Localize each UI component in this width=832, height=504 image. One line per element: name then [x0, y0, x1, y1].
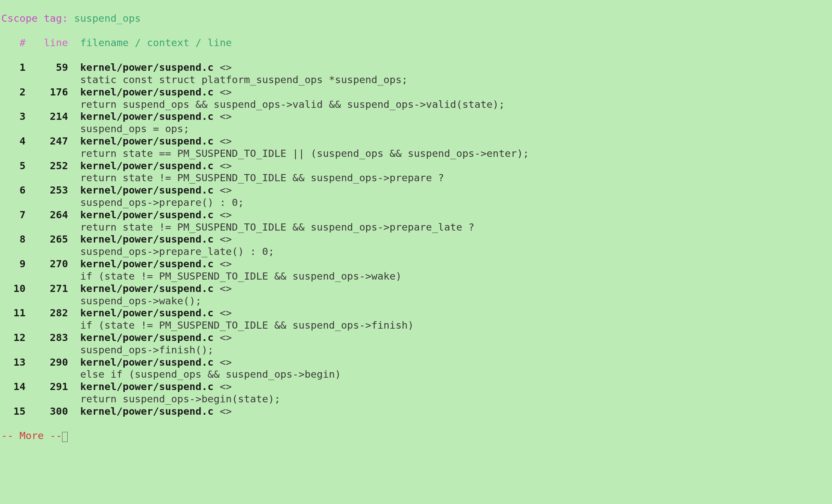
cscope-entry[interactable]: 4 247 kernel/power/suspend.c <> [1, 135, 831, 147]
cscope-entry-code: if (state != PM_SUSPEND_TO_IDLE && suspe… [1, 270, 831, 282]
cscope-entry[interactable]: 15 300 kernel/power/suspend.c <> [1, 405, 831, 418]
cscope-entry[interactable]: 1 59 kernel/power/suspend.c <> [1, 61, 831, 74]
entry-filename: kernel/power/suspend.c [80, 381, 214, 392]
entry-line-number: 300 [26, 405, 68, 417]
entry-filename: kernel/power/suspend.c [80, 184, 214, 196]
cscope-title-prefix: Cscope tag: [1, 12, 74, 24]
cscope-entry-code: return suspend_ops->begin(state); [1, 393, 831, 405]
entry-code-text: suspend_ops->wake(); [80, 295, 202, 307]
entry-line-number: 252 [26, 160, 68, 171]
entry-index: 14 [1, 381, 26, 392]
more-prompt-row[interactable]: -- More -- [1, 430, 831, 442]
entry-code-text: suspend_ops->finish(); [80, 344, 214, 356]
cscope-entry[interactable]: 12 283 kernel/power/suspend.c <> [1, 332, 831, 344]
column-header-hash [1, 37, 20, 48]
cscope-entry[interactable]: 7 264 kernel/power/suspend.c <> [1, 209, 831, 221]
cscope-entry-code: suspend_ops->prepare() : 0; [1, 196, 831, 209]
entry-context: <> [213, 135, 232, 147]
entry-filename: kernel/power/suspend.c [80, 86, 214, 98]
column-header-hash-label: # [20, 37, 26, 48]
entry-index: 9 [1, 258, 26, 270]
entry-context: <> [213, 332, 232, 343]
entry-line-number: 264 [26, 209, 68, 221]
entry-code-text: return suspend_ops && suspend_ops->valid… [80, 99, 505, 110]
entry-index: 4 [1, 135, 26, 147]
entry-filename: kernel/power/suspend.c [80, 110, 214, 122]
entry-context: <> [213, 110, 232, 122]
cscope-entry[interactable]: 2 176 kernel/power/suspend.c <> [1, 86, 831, 99]
entry-index: 12 [1, 332, 26, 343]
entry-line-number: 270 [26, 258, 68, 270]
entry-code-text: return state != PM_SUSPEND_TO_IDLE && su… [80, 221, 474, 233]
entry-code-text: return suspend_ops->begin(state); [80, 393, 281, 404]
entry-code-text: return state != PM_SUSPEND_TO_IDLE && su… [80, 172, 444, 184]
entry-code-text: return state == PM_SUSPEND_TO_IDLE || (s… [80, 147, 529, 159]
entry-index: 2 [1, 86, 26, 98]
entry-context: <> [213, 307, 232, 318]
entry-line-number: 291 [26, 381, 68, 392]
cscope-entry-code: suspend_ops->wake(); [1, 295, 831, 307]
entry-index: 5 [1, 160, 26, 171]
entry-line-number: 271 [26, 282, 68, 294]
entry-code-text: if (state != PM_SUSPEND_TO_IDLE && suspe… [80, 270, 402, 282]
cscope-entry[interactable]: 9 270 kernel/power/suspend.c <> [1, 258, 831, 270]
entry-context: <> [213, 381, 232, 392]
cscope-entry[interactable]: 8 265 kernel/power/suspend.c <> [1, 233, 831, 246]
entry-code-text: if (state != PM_SUSPEND_TO_IDLE && suspe… [80, 319, 414, 331]
cscope-entry-code: if (state != PM_SUSPEND_TO_IDLE && suspe… [1, 319, 831, 332]
entry-context: <> [213, 184, 232, 196]
entry-code-text: else if (suspend_ops && suspend_ops->beg… [80, 368, 341, 380]
entry-filename: kernel/power/suspend.c [80, 209, 214, 221]
cscope-entry[interactable]: 5 252 kernel/power/suspend.c <> [1, 160, 831, 172]
entry-filename: kernel/power/suspend.c [80, 307, 214, 318]
entry-context: <> [213, 282, 232, 294]
cscope-entry[interactable]: 6 253 kernel/power/suspend.c <> [1, 184, 831, 196]
entry-filename: kernel/power/suspend.c [80, 160, 214, 171]
cscope-entry-code: return state != PM_SUSPEND_TO_IDLE && su… [1, 221, 831, 233]
entry-line-number: 253 [26, 184, 68, 196]
entry-filename: kernel/power/suspend.c [80, 233, 214, 245]
column-header-file-label: filename / context / line [80, 37, 232, 48]
text-cursor [62, 432, 68, 442]
cscope-entry-code: suspend_ops = ops; [1, 123, 831, 135]
entry-context: <> [213, 61, 232, 73]
entry-context: <> [213, 405, 232, 417]
cscope-tag-name: suspend_ops [74, 12, 141, 24]
entry-line-number: 247 [26, 135, 68, 147]
entry-context: <> [213, 356, 232, 368]
entry-line-number: 282 [26, 307, 68, 318]
entry-context: <> [213, 209, 232, 221]
cscope-entry[interactable]: 3 214 kernel/power/suspend.c <> [1, 110, 831, 123]
column-header-row: # line filename / context / line [1, 37, 831, 49]
more-prompt: -- More -- [1, 430, 62, 441]
entry-filename: kernel/power/suspend.c [80, 405, 214, 417]
cscope-entry[interactable]: 10 271 kernel/power/suspend.c <> [1, 282, 831, 295]
entry-context: <> [213, 258, 232, 270]
cscope-entry-list: 1 59 kernel/power/suspend.c <> static co… [1, 61, 831, 418]
cscope-entry[interactable]: 14 291 kernel/power/suspend.c <> [1, 381, 831, 393]
entry-filename: kernel/power/suspend.c [80, 61, 214, 73]
entry-context: <> [213, 233, 232, 245]
cscope-entry[interactable]: 11 282 kernel/power/suspend.c <> [1, 307, 831, 319]
entry-index: 10 [1, 282, 26, 294]
entry-context: <> [213, 86, 232, 98]
entry-line-number: 283 [26, 332, 68, 343]
terminal-screen[interactable]: Cscope tag: suspend_ops # line filename … [0, 0, 832, 454]
column-header-line-label: line [44, 37, 68, 48]
entry-index: 15 [1, 405, 26, 417]
cscope-entry-code: static const struct platform_suspend_ops… [1, 74, 831, 86]
entry-line-number: 214 [26, 110, 68, 122]
cscope-entry-code: return suspend_ops && suspend_ops->valid… [1, 99, 831, 111]
entry-index: 6 [1, 184, 26, 196]
cscope-entry-code: return state == PM_SUSPEND_TO_IDLE || (s… [1, 147, 831, 160]
entry-index: 3 [1, 110, 26, 122]
cscope-entry-code: suspend_ops->prepare_late() : 0; [1, 246, 831, 258]
entry-code-text: static const struct platform_suspend_ops… [80, 74, 408, 85]
cscope-entry[interactable]: 13 290 kernel/power/suspend.c <> [1, 356, 831, 369]
entry-index: 11 [1, 307, 26, 318]
entry-context: <> [213, 160, 232, 171]
entry-filename: kernel/power/suspend.c [80, 135, 214, 147]
cscope-title-line: Cscope tag: suspend_ops [1, 12, 831, 25]
cscope-entry-code: else if (suspend_ops && suspend_ops->beg… [1, 368, 831, 381]
entry-index: 13 [1, 356, 26, 368]
